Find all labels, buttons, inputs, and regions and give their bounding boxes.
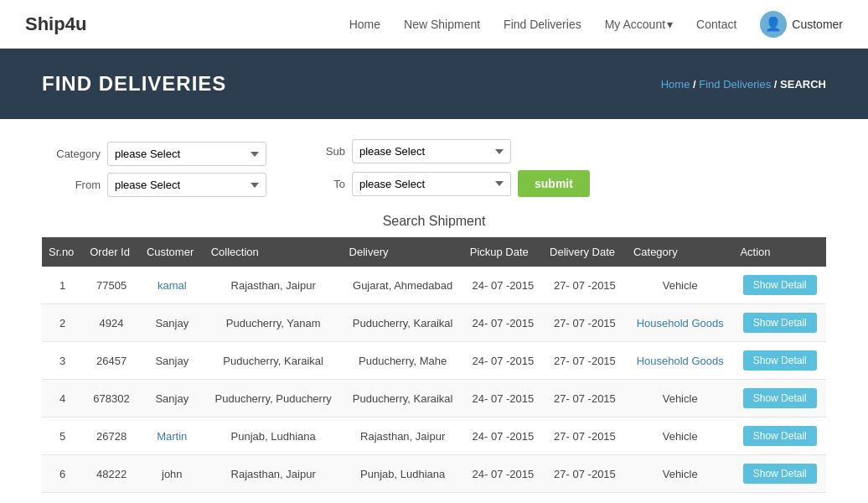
cell-delivery-date: 27- 07 -2015	[543, 304, 627, 342]
table-row: 1 77505 kamal Rajasthan, Jaipur Gujarat,…	[42, 267, 826, 304]
cell-orderid: 77505	[83, 267, 140, 304]
cell-delivery-date: 27- 07 -2015	[543, 417, 627, 455]
table-row: 3 26457 Sanjay Puducherry, Karaikal Pudu…	[42, 342, 826, 380]
nav-home[interactable]: Home	[349, 18, 380, 31]
user-label: Customer	[792, 18, 843, 31]
cell-category: Vehicle	[627, 267, 734, 304]
cell-srno: 2	[42, 304, 83, 342]
table-section: Search Shipment Sr.no Order Id Customer …	[0, 205, 868, 503]
show-detail-button[interactable]: Show Detail	[743, 313, 817, 333]
shipments-table: Sr.no Order Id Customer Collection Deliv…	[42, 237, 826, 493]
show-detail-button[interactable]: Show Detail	[743, 464, 817, 484]
cell-orderid: 4924	[83, 304, 140, 342]
cell-category: Household Goods	[627, 342, 734, 380]
breadcrumb-find-deliveries[interactable]: Find Deliveries	[699, 78, 771, 91]
cell-delivery: Rajasthan, Jaipur	[343, 417, 463, 455]
show-detail-button[interactable]: Show Detail	[743, 388, 817, 408]
customer-name: Sanjay	[155, 392, 189, 405]
cell-action: Show Detail	[733, 380, 826, 417]
to-label: To	[287, 178, 345, 190]
col-customer: Customer	[140, 237, 204, 267]
breadcrumb-home[interactable]: Home	[661, 78, 690, 91]
page-title: FIND DELIVERIES	[42, 72, 226, 96]
sub-label: Sub	[287, 145, 345, 158]
cell-category: Vehicle	[627, 455, 734, 493]
category-label: Category	[42, 148, 101, 160]
cell-orderid: 48222	[83, 455, 140, 493]
cell-category: Vehicle	[627, 380, 734, 417]
cell-delivery: Puducherry, Mahe	[343, 342, 463, 380]
from-select[interactable]: please Select	[107, 173, 266, 197]
cell-delivery-date: 27- 07 -2015	[543, 380, 627, 417]
cell-customer: john	[140, 455, 204, 493]
customer-link[interactable]: Martin	[157, 430, 187, 443]
cell-srno: 6	[42, 455, 83, 493]
cell-delivery: Puducherry, Karaikal	[343, 380, 463, 417]
cell-customer: kamal	[140, 267, 204, 304]
from-label: From	[42, 179, 101, 191]
cell-collection: Puducherry, Puducherry	[204, 380, 343, 417]
user-account: 👤 Customer	[760, 11, 843, 38]
col-delivery: Delivery	[343, 237, 463, 267]
table-row: 5 26728 Martin Punjab, Ludhiana Rajastha…	[42, 417, 826, 455]
cell-pickup-date: 24- 07 -2015	[463, 342, 543, 380]
cell-action: Show Detail	[733, 342, 826, 380]
cell-pickup-date: 24- 07 -2015	[463, 267, 543, 304]
cell-action: Show Detail	[733, 267, 826, 304]
cell-srno: 5	[42, 417, 83, 455]
cell-collection: Rajasthan, Jaipur	[204, 267, 343, 304]
cell-srno: 1	[42, 267, 83, 304]
nav-new-shipment[interactable]: New Shipment	[404, 18, 480, 31]
sub-select[interactable]: please Select	[352, 139, 511, 163]
cell-customer: Sanjay	[140, 304, 204, 342]
cell-delivery: Gujarat, Ahmedabad	[343, 267, 463, 304]
cell-orderid: 678302	[83, 380, 140, 417]
col-category: Category	[627, 237, 734, 267]
cell-srno: 3	[42, 342, 83, 380]
hero-banner: FIND DELIVERIES Home / Find Deliveries /…	[0, 49, 868, 119]
chevron-down-icon: ▾	[667, 18, 673, 31]
cell-customer: Martin	[140, 417, 204, 455]
col-delivery-date: Delivery Date	[543, 237, 627, 267]
category-select[interactable]: please Select	[107, 142, 266, 166]
cell-orderid: 26457	[83, 342, 140, 380]
customer-name: Sanjay	[155, 317, 189, 329]
brand-logo: Ship4u	[25, 13, 86, 35]
cell-delivery-date: 27- 07 -2015	[543, 342, 627, 380]
col-orderid: Order Id	[83, 237, 140, 267]
avatar: 👤	[760, 11, 787, 38]
cell-category: Household Goods	[627, 304, 734, 342]
table-row: 4 678302 Sanjay Puducherry, Puducherry P…	[42, 380, 826, 417]
nav-find-deliveries[interactable]: Find Deliveries	[504, 18, 581, 31]
cell-collection: Puducherry, Karaikal	[204, 342, 343, 380]
show-detail-button[interactable]: Show Detail	[743, 275, 817, 295]
breadcrumb-current: SEARCH	[780, 78, 826, 91]
col-collection: Collection	[204, 237, 343, 267]
cell-pickup-date: 24- 07 -2015	[463, 380, 543, 417]
table-row: 6 48222 john Rajasthan, Jaipur Punjab, L…	[42, 455, 826, 493]
table-title: Search Shipment	[42, 214, 826, 229]
nav-contact[interactable]: Contact	[696, 18, 736, 31]
col-pickup-date: Pickup Date	[463, 237, 543, 267]
show-detail-button[interactable]: Show Detail	[743, 350, 817, 371]
customer-name: Sanjay	[155, 355, 189, 367]
cell-delivery-date: 27- 07 -2015	[543, 267, 627, 304]
cell-pickup-date: 24- 07 -2015	[463, 417, 543, 455]
cell-collection: Rajasthan, Jaipur	[204, 455, 343, 493]
nav-my-account[interactable]: My Account ▾	[605, 18, 673, 31]
customer-link[interactable]: kamal	[158, 279, 187, 292]
cell-action: Show Detail	[733, 304, 826, 342]
to-select[interactable]: please Select	[352, 172, 511, 196]
cell-delivery: Punjab, Ludhiana	[343, 455, 463, 493]
customer-name: john	[162, 468, 183, 480]
right-fields: Sub please Select To please Select submi…	[287, 139, 590, 197]
cell-collection: Puducherry, Yanam	[204, 304, 343, 342]
cell-delivery-date: 27- 07 -2015	[543, 455, 627, 493]
submit-button[interactable]: submit	[518, 170, 590, 197]
cell-action: Show Detail	[733, 455, 826, 493]
cell-action: Show Detail	[733, 417, 826, 455]
cell-delivery: Puducherry, Karaikal	[343, 304, 463, 342]
show-detail-button[interactable]: Show Detail	[743, 426, 817, 446]
breadcrumb: Home / Find Deliveries / SEARCH	[661, 78, 826, 91]
cell-customer: Sanjay	[140, 380, 204, 417]
